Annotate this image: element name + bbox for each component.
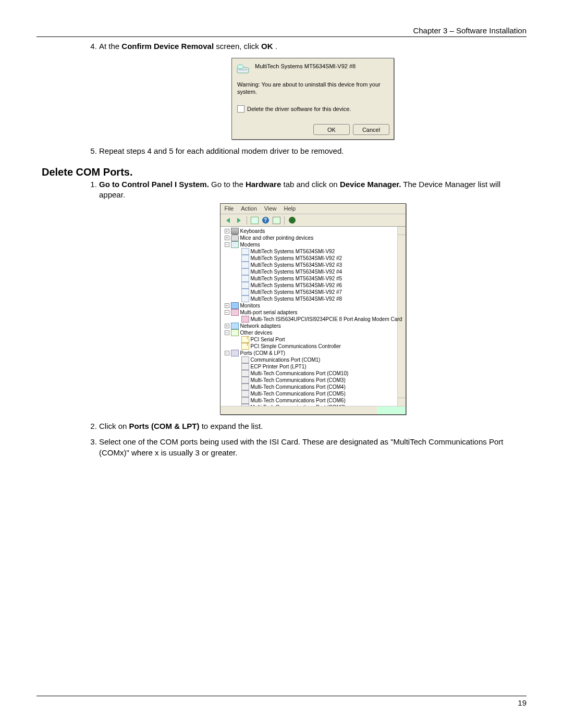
menu-view[interactable]: View bbox=[264, 205, 277, 213]
device-manager-window: File Action View Help ? bbox=[220, 203, 406, 415]
tree-node-modem-item-icon bbox=[241, 282, 249, 289]
menu-file[interactable]: File bbox=[225, 205, 234, 213]
confirm-device-removal-dialog: MultiTech Systems MT5634SMI-V92 #8 Warni… bbox=[231, 58, 394, 140]
tree-node-modem-item-icon bbox=[241, 295, 249, 302]
tree-node-port-item-icon bbox=[241, 397, 249, 404]
tree-node-modem-item-icon bbox=[241, 255, 249, 262]
tree-node-other-item-icon bbox=[241, 343, 249, 350]
delete-driver-label: Delete the driver software for this devi… bbox=[247, 105, 351, 113]
toolbar-help-button[interactable]: ? bbox=[261, 216, 270, 225]
back-button[interactable] bbox=[224, 216, 232, 225]
toolbar-button-4[interactable] bbox=[288, 216, 297, 225]
port-group-icon bbox=[231, 350, 239, 356]
tree-node-ports[interactable]: Ports (COM & LPT) bbox=[240, 350, 286, 357]
mouse-icon bbox=[231, 235, 239, 241]
modem-group-icon bbox=[231, 241, 239, 248]
tree-node-port-item-icon bbox=[241, 370, 249, 377]
tree-node-port-item[interactable]: ECP Printer Port (LPT1) bbox=[251, 363, 307, 371]
sec-step-3: Select one of the COM ports being used w… bbox=[99, 437, 527, 458]
expand-toggle[interactable]: + bbox=[225, 236, 229, 240]
tree-node-mice[interactable]: Mice and other pointing devices bbox=[240, 235, 314, 242]
square-icon bbox=[251, 217, 259, 224]
menu-action[interactable]: Action bbox=[241, 205, 257, 213]
monitor-icon bbox=[231, 302, 239, 309]
toolbar-button-1[interactable] bbox=[250, 216, 259, 225]
collapse-toggle[interactable]: − bbox=[225, 242, 229, 247]
collapse-toggle[interactable]: − bbox=[225, 330, 229, 335]
footer-rule bbox=[36, 696, 527, 696]
section-title-delete-com-ports: Delete COM Ports. bbox=[42, 166, 527, 178]
collapse-toggle[interactable]: − bbox=[225, 310, 229, 315]
tree-node-monitors[interactable]: Monitors bbox=[240, 302, 260, 310]
svg-point-1 bbox=[237, 65, 243, 69]
tree-node-port-item[interactable]: Multi-Tech Communications Port (COM10) bbox=[251, 370, 349, 377]
tree-node-other-item[interactable]: PCI Serial Port bbox=[251, 336, 285, 343]
step-4: At the Confirm Device Removal screen, cl… bbox=[99, 41, 527, 140]
toolbar: ? bbox=[221, 214, 406, 227]
help-icon: ? bbox=[262, 217, 269, 224]
toolbar-button-3[interactable] bbox=[272, 216, 281, 225]
tree-node-port-item[interactable]: Communications Port (COM1) bbox=[251, 356, 321, 364]
tree-node-modem-item-icon bbox=[241, 268, 249, 275]
ok-button[interactable]: OK bbox=[313, 124, 350, 135]
tree-node-port-item[interactable]: Multi-Tech Communications Port (COM6) bbox=[251, 397, 346, 404]
tree-node-port-item[interactable]: Multi-Tech Communications Port (COM3) bbox=[251, 377, 346, 384]
serial-adapter-icon bbox=[241, 316, 249, 323]
expand-toggle[interactable]: + bbox=[225, 229, 229, 233]
square2-icon bbox=[273, 217, 280, 224]
network-icon bbox=[231, 323, 239, 329]
tree-node-port-item[interactable]: Multi-Tech Communications Port (COM4) bbox=[251, 384, 346, 391]
tree-node-modems[interactable]: Modems bbox=[240, 241, 260, 249]
tree-node-modem-item-icon bbox=[241, 262, 249, 268]
expand-toggle[interactable]: + bbox=[225, 324, 229, 328]
header-rule bbox=[36, 36, 527, 37]
tree-node-multiport-card[interactable]: Multi-Tech ISI5634UPCI/ISI9234PCIE 8 Por… bbox=[251, 316, 402, 323]
menu-help[interactable]: Help bbox=[284, 205, 296, 213]
tree-node-modem-item[interactable]: MultiTech Systems MT5634SMI-V92 #4 bbox=[251, 268, 342, 276]
horizontal-scrollbar[interactable] bbox=[221, 406, 406, 414]
serial-adapter-icon bbox=[231, 309, 239, 316]
tree-node-network[interactable]: Network adapters bbox=[240, 323, 281, 330]
tree-node-modem-item-icon bbox=[241, 289, 249, 295]
sec-step-1: Go to Control Panel I System. Go to the … bbox=[99, 179, 527, 415]
step-5: Repeat steps 4 and 5 for each additional… bbox=[99, 146, 527, 156]
tree-node-modem-item[interactable]: MultiTech Systems MT5634SMI-V92 #8 bbox=[251, 295, 342, 303]
tree-node-port-item-icon bbox=[241, 363, 249, 370]
circle-icon bbox=[289, 217, 296, 224]
tree-node-modem-item[interactable]: MultiTech Systems MT5634SMI-V92 #5 bbox=[251, 275, 342, 282]
tree-node-port-item-icon bbox=[241, 390, 249, 397]
device-tree: +Keyboards +Mice and other pointing devi… bbox=[221, 227, 406, 406]
collapse-toggle[interactable]: − bbox=[225, 351, 229, 355]
tree-node-modem-item[interactable]: MultiTech Systems MT5634SMI-V92 bbox=[251, 248, 335, 255]
tree-node-modem-item-icon bbox=[241, 275, 249, 282]
tree-node-other[interactable]: Other devices bbox=[240, 329, 273, 337]
tree-node-multiport[interactable]: Multi-port serial adapters bbox=[240, 309, 298, 316]
chapter-header: Chapter 3 – Software Installation bbox=[36, 26, 527, 35]
tree-node-port-item-icon bbox=[241, 377, 249, 384]
expand-toggle[interactable]: + bbox=[225, 303, 229, 308]
arrow-right-icon bbox=[237, 218, 241, 223]
tree-node-modem-item[interactable]: MultiTech Systems MT5634SMI-V92 #6 bbox=[251, 282, 342, 289]
tree-node-port-item-icon bbox=[241, 384, 249, 390]
delete-driver-checkbox[interactable] bbox=[237, 105, 244, 113]
tree-node-keyboards[interactable]: Keyboards bbox=[240, 228, 265, 235]
tree-node-modem-item[interactable]: MultiTech Systems MT5634SMI-V92 #2 bbox=[251, 255, 342, 262]
tree-node-port-item[interactable]: Multi-Tech Communications Port (COM5) bbox=[251, 390, 346, 398]
tree-node-port-item-icon bbox=[241, 356, 249, 363]
dialog-warning-text: Warning: You are about to uninstall this… bbox=[232, 78, 394, 103]
cancel-button[interactable]: Cancel bbox=[353, 124, 389, 135]
menubar: File Action View Help bbox=[221, 204, 406, 214]
tree-node-modem-item[interactable]: MultiTech Systems MT5634SMI-V92 #7 bbox=[251, 289, 342, 296]
tree-node-modem-item[interactable]: MultiTech Systems MT5634SMI-V92 #3 bbox=[251, 262, 342, 269]
keyboard-icon bbox=[231, 228, 239, 235]
tree-node-modem-item-icon bbox=[241, 248, 249, 255]
page-number: 19 bbox=[36, 698, 527, 707]
dialog-device-name: MultiTech Systems MT5634SMI-V92 #8 bbox=[255, 63, 356, 70]
arrow-left-icon bbox=[226, 218, 230, 223]
sec-step-2: Click on Ports (COM & LPT) to expand the… bbox=[99, 421, 527, 431]
forward-button[interactable] bbox=[235, 216, 243, 225]
modem-icon bbox=[236, 63, 251, 77]
tree-node-other-item[interactable]: PCI Simple Communications Controller bbox=[251, 343, 341, 350]
other-devices-icon bbox=[231, 329, 239, 336]
